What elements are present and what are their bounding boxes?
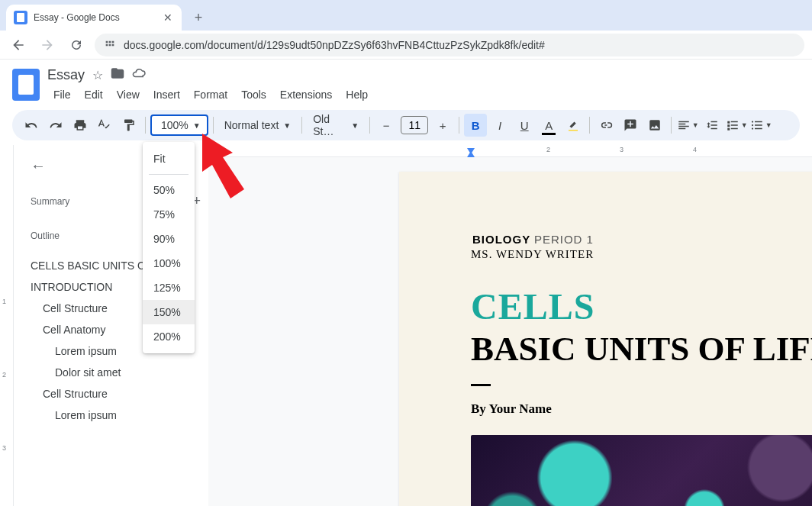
paint-format-button[interactable]	[118, 114, 140, 137]
outline-item[interactable]: Dolor sit amet	[31, 362, 201, 383]
zoom-value: 100%	[161, 119, 188, 131]
zoom-option-100[interactable]: 100%	[143, 251, 195, 276]
svg-marker-5	[467, 151, 475, 157]
svg-point-2	[752, 127, 753, 129]
horizontal-ruler: 2 3 4	[208, 145, 812, 157]
spellcheck-button[interactable]	[93, 114, 116, 137]
zoom-option-200[interactable]: 200%	[143, 324, 195, 349]
menu-tools[interactable]: Tools	[235, 85, 272, 104]
increase-font-button[interactable]: +	[431, 114, 454, 137]
text-color-button[interactable]: A	[537, 114, 560, 137]
decrease-font-button[interactable]: −	[375, 114, 398, 137]
separator	[145, 117, 146, 134]
docs-header: Essay ☆ File Edit View Insert Format Too…	[0, 60, 812, 104]
zoom-dropdown-menu: Fit 50% 75% 90% 100% 125% 150% 200%	[143, 142, 195, 353]
docs-favicon	[14, 11, 27, 24]
zoom-option-90[interactable]: 90%	[143, 227, 195, 251]
undo-button[interactable]	[20, 114, 43, 137]
zoom-option-75[interactable]: 75%	[143, 202, 195, 227]
menu-help[interactable]: Help	[340, 85, 374, 104]
separator	[459, 117, 459, 134]
document-title[interactable]: Essay	[47, 67, 85, 83]
font-size-stepper: − 11 +	[375, 114, 454, 137]
document-page[interactable]: BIOLOGY PERIOD 1 MS. WENDY WRITER CELLS …	[399, 172, 812, 506]
style-value: Normal text	[224, 119, 279, 131]
move-icon[interactable]	[111, 66, 124, 83]
underline-button[interactable]: U	[513, 114, 536, 137]
toolbar: 100% ▼ Normal text ▼ Old St… ▼ − 11 + B …	[12, 110, 800, 140]
browser-tab-strip: Essay - Google Docs ✕ +	[0, 0, 812, 31]
insert-image-button[interactable]	[643, 114, 666, 137]
align-button[interactable]: ▼	[676, 114, 699, 137]
menu-extensions[interactable]: Extensions	[274, 85, 338, 104]
menu-divider	[149, 174, 188, 175]
menu-bar: File Edit View Insert Format Tools Exten…	[47, 85, 800, 104]
browser-address-bar: docs.google.com/document/d/129s9udt50npD…	[0, 31, 812, 60]
site-settings-icon[interactable]	[104, 37, 116, 52]
heading-teacher[interactable]: MS. WENDY WRITER	[471, 248, 812, 261]
font-size-input[interactable]: 11	[401, 116, 428, 134]
bold-button[interactable]: B	[464, 114, 487, 137]
close-tab-icon[interactable]: ✕	[162, 11, 174, 24]
menu-file[interactable]: File	[47, 85, 77, 104]
zoom-option-125[interactable]: 125%	[143, 276, 195, 300]
menu-edit[interactable]: Edit	[79, 85, 109, 104]
url-field[interactable]: docs.google.com/document/d/129s9udt50npD…	[95, 34, 804, 56]
separator	[301, 117, 302, 134]
outline-item[interactable]: Lorem ipsum	[31, 404, 201, 426]
summary-label: Summary	[31, 196, 69, 207]
cloud-status-icon[interactable]	[132, 66, 146, 83]
zoom-option-50[interactable]: 50%	[143, 178, 195, 202]
caret-down-icon: ▼	[193, 121, 201, 130]
highlight-button[interactable]	[562, 114, 585, 137]
reload-button[interactable]	[66, 34, 87, 56]
svg-point-1	[752, 124, 753, 126]
caret-down-icon: ▼	[351, 121, 359, 130]
line-spacing-button[interactable]	[701, 114, 723, 137]
svg-point-0	[752, 121, 753, 122]
checklist-button[interactable]: ▼	[725, 114, 748, 137]
title-basic-units[interactable]: BASIC UNITS OF LIFE	[471, 329, 812, 369]
star-icon[interactable]: ☆	[92, 68, 103, 82]
forward-button[interactable]	[37, 34, 58, 56]
print-button[interactable]	[69, 114, 92, 137]
heading-biology[interactable]: BIOLOGY PERIOD 1	[471, 233, 812, 247]
docs-logo-icon[interactable]	[12, 69, 40, 101]
menu-format[interactable]: Format	[188, 85, 234, 104]
url-text: docs.google.com/document/d/129s9udt50npD…	[124, 39, 545, 51]
separator	[369, 117, 370, 134]
paragraph-style-selector[interactable]: Normal text ▼	[218, 114, 297, 136]
vertical-ruler: 1 2 3	[0, 145, 14, 506]
separator	[589, 117, 590, 134]
zoom-option-fit[interactable]: Fit	[143, 147, 195, 171]
font-value: Old St…	[313, 113, 346, 137]
new-tab-button[interactable]: +	[188, 7, 209, 28]
italic-button[interactable]: I	[488, 114, 511, 137]
menu-view[interactable]: View	[111, 85, 146, 104]
cell-image[interactable]	[471, 435, 812, 506]
separator	[671, 117, 672, 134]
document-canvas[interactable]: 2 3 4 BIOLOGY PERIOD 1 MS. WENDY WRITER …	[208, 145, 812, 506]
divider	[471, 384, 491, 386]
menu-insert[interactable]: Insert	[147, 85, 186, 104]
bulleted-list-button[interactable]: ▼	[749, 114, 772, 137]
insert-link-button[interactable]	[594, 114, 617, 137]
back-button[interactable]	[8, 34, 29, 56]
font-selector[interactable]: Old St… ▼	[307, 114, 365, 136]
zoom-selector[interactable]: 100% ▼	[150, 114, 208, 136]
separator	[213, 117, 214, 134]
title-cells[interactable]: CELLS	[471, 285, 812, 327]
byline[interactable]: By Your Name	[471, 401, 812, 417]
redo-button[interactable]	[44, 114, 67, 137]
outline-item[interactable]: Cell Structure	[31, 383, 201, 404]
tab-title: Essay - Google Docs	[34, 12, 156, 23]
browser-tab[interactable]: Essay - Google Docs ✕	[6, 5, 182, 31]
zoom-option-150[interactable]: 150%	[143, 300, 195, 324]
main-area: 1 2 3 ← Summary + Outline CELLS BASIC UN…	[0, 145, 812, 506]
caret-down-icon: ▼	[283, 121, 291, 130]
add-comment-button[interactable]	[619, 114, 642, 137]
